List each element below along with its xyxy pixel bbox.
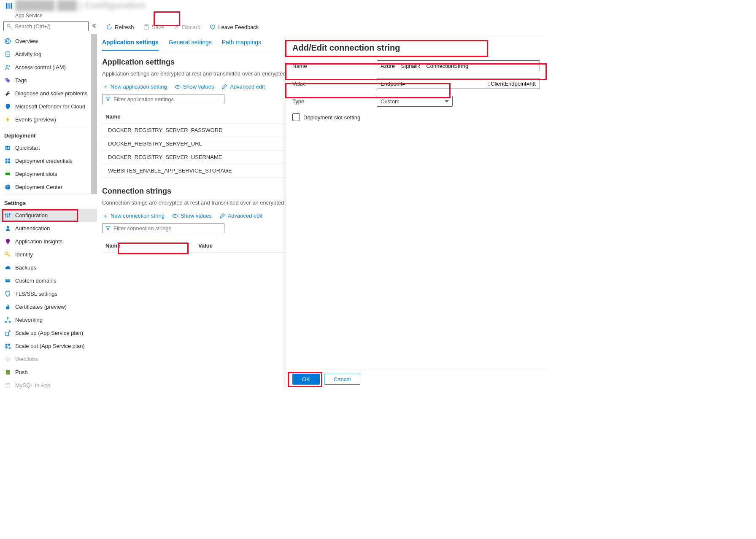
conn-col-name: Name: [105, 243, 198, 249]
nav-item-mysql-in-app[interactable]: MySQL In App: [0, 379, 97, 389]
gear-icon: [4, 356, 11, 363]
discard-button[interactable]: Discard: [169, 20, 205, 34]
ok-button[interactable]: OK: [292, 374, 320, 385]
svg-rect-15: [6, 148, 7, 149]
value-label: Value: [292, 81, 377, 87]
nav-item-certificates-preview-[interactable]: Certificates (preview): [0, 300, 97, 313]
nav-item-configuration[interactable]: Configuration: [0, 209, 97, 222]
svg-point-12: [8, 65, 10, 67]
sidebar-search[interactable]: [3, 21, 89, 31]
nav-item-identity[interactable]: Identity: [0, 248, 97, 261]
deployment-slot-checkbox[interactable]: [292, 113, 300, 121]
filter-app-settings[interactable]: [102, 94, 224, 104]
svg-point-44: [7, 374, 8, 375]
nav-item-application-insights[interactable]: Application Insights: [0, 235, 97, 248]
nav-item-backups[interactable]: Backups: [0, 261, 97, 274]
scrollbar[interactable]: [91, 34, 97, 194]
filter-icon: [105, 96, 111, 102]
pencil-icon: [219, 213, 225, 219]
nav-section-settings: Settings: [0, 196, 97, 209]
save-icon: [143, 24, 149, 30]
panel-title: Add/Edit connection string: [286, 37, 547, 60]
type-select[interactable]: Custom: [377, 96, 453, 107]
eye-icon: [175, 84, 181, 90]
shield-icon: [4, 103, 11, 110]
nav-item-authentication[interactable]: Authentication: [0, 222, 97, 235]
name-input[interactable]: [377, 60, 540, 71]
advanced-edit-conn-button[interactable]: Advanced edit: [219, 213, 262, 219]
domain-icon: [4, 278, 11, 284]
db-icon: [4, 382, 11, 389]
svg-point-27: [7, 216, 8, 217]
log-icon: [4, 51, 11, 58]
sidebar-search-input[interactable]: [15, 23, 86, 30]
refresh-icon: [106, 24, 112, 30]
filter-app-settings-input[interactable]: [113, 96, 221, 102]
globe-icon: [4, 38, 11, 45]
nav-item-access-control-iam-[interactable]: Access control (IAM): [0, 61, 97, 74]
grid-icon: [4, 158, 11, 164]
nav-item-diagnose-and-solve-problems[interactable]: Diagnose and solve problems: [0, 87, 97, 100]
nav-item-activity-log[interactable]: Activity log: [0, 48, 97, 61]
cube-icon: [4, 184, 11, 191]
svg-rect-14: [5, 146, 10, 150]
appsettings-col-name: Name: [105, 113, 198, 120]
svg-rect-38: [5, 332, 8, 336]
search-icon: [6, 23, 12, 29]
show-conn-values-button[interactable]: Show values: [172, 213, 212, 219]
nav-item-tags[interactable]: Tags: [0, 74, 97, 87]
nav-item-overview[interactable]: Overview: [0, 35, 97, 48]
filter-connection-strings-input[interactable]: [113, 225, 221, 232]
svg-rect-20: [8, 161, 10, 163]
tag-icon: [4, 77, 11, 84]
cancel-button[interactable]: Cancel: [324, 374, 360, 385]
eye-icon: [172, 213, 178, 219]
heart-icon: [210, 24, 216, 30]
svg-rect-41: [5, 346, 7, 348]
app-service-icon: [3, 0, 15, 12]
new-app-setting-button[interactable]: ＋New application setting: [102, 84, 167, 90]
advanced-edit-app-button[interactable]: Advanced edit: [221, 84, 265, 90]
person-icon: [4, 64, 11, 71]
type-label: Type: [292, 98, 377, 105]
nav-item-custom-domains[interactable]: Custom domains: [0, 274, 97, 287]
filter-connection-strings[interactable]: [102, 223, 224, 233]
svg-rect-18: [8, 159, 10, 161]
svg-rect-30: [7, 243, 8, 244]
value-input[interactable]: [377, 78, 540, 89]
command-bar: Refresh Save Discard Leave Feedback: [97, 19, 547, 35]
nav-item-tls-ssl-settings[interactable]: TLS/SSL settings: [0, 287, 97, 300]
network-icon: [4, 317, 11, 323]
nav-item-deployment-slots[interactable]: Deployment slots: [0, 167, 97, 181]
nav-item-scale-out-app-service-plan-[interactable]: Scale out (App Service plan): [0, 340, 97, 353]
refresh-button[interactable]: Refresh: [102, 20, 138, 34]
nav-section-deployment: Deployment: [0, 128, 97, 141]
show-app-values-button[interactable]: Show values: [175, 84, 214, 90]
svg-point-11: [6, 65, 8, 67]
tab-general-settings[interactable]: General settings: [169, 35, 212, 51]
scaleout-icon: [4, 343, 11, 350]
tab-path-mappings[interactable]: Path mappings: [222, 35, 261, 51]
svg-point-28: [9, 213, 10, 215]
nav-item-events-preview-[interactable]: Events (preview): [0, 113, 97, 126]
nav-item-deployment-center[interactable]: Deployment Center: [0, 181, 97, 194]
save-button[interactable]: Save: [139, 20, 169, 34]
feedback-button[interactable]: Leave Feedback: [205, 20, 263, 34]
name-label: Name: [292, 63, 377, 69]
slot-icon: [4, 171, 11, 178]
scaleup-icon: [4, 330, 11, 337]
connection-string-panel: Add/Edit connection string Name Value Ty…: [285, 37, 547, 389]
page-subtitle: App Service: [15, 13, 547, 19]
plus-icon: ＋: [102, 213, 108, 219]
svg-rect-16: [8, 147, 9, 149]
nav-item-webjobs[interactable]: WebJobs: [0, 353, 97, 366]
svg-rect-47: [145, 25, 147, 27]
nav-item-microsoft-defender-for-cloud[interactable]: Microsoft Defender for Cloud: [0, 100, 97, 113]
nav-item-push[interactable]: Push: [0, 366, 97, 379]
new-connection-string-button[interactable]: ＋New connection string: [102, 213, 165, 219]
nav-item-deployment-credentials[interactable]: Deployment credentials: [0, 154, 97, 167]
nav-item-scale-up-app-service-plan-[interactable]: Scale up (App Service plan): [0, 326, 97, 340]
nav-item-quickstart[interactable]: Quickstart: [0, 141, 97, 154]
tab-application-settings[interactable]: Application settings: [102, 35, 159, 51]
nav-item-networking[interactable]: Networking: [0, 313, 97, 326]
